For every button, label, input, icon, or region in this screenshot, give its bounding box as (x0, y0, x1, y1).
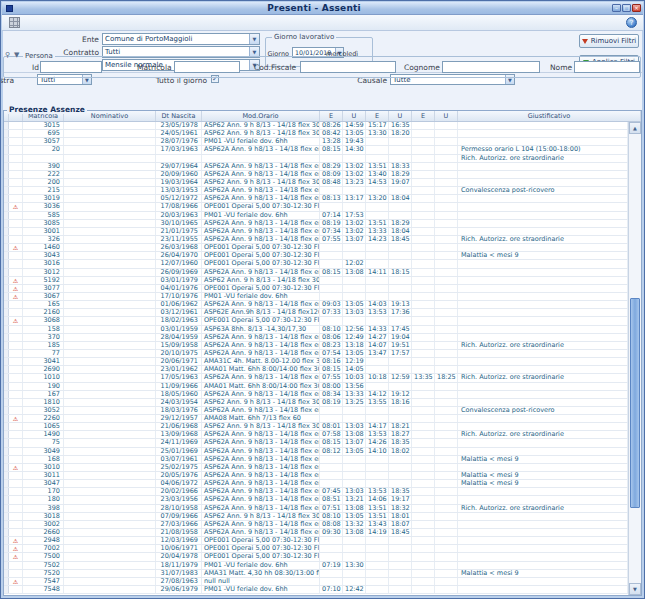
column-header[interactable]: U (435, 111, 458, 121)
cell-u3 (435, 122, 458, 129)
table-row[interactable]: 19011/09/1966AMA01 Matt. 6hh 8:00/14:00 … (4, 383, 628, 391)
table-row[interactable]: ⚠301025/02/1975ASP62A Ann. 9 h8/13 - 14/… (4, 464, 628, 472)
table-row[interactable]: 301523/05/1978ASP62 Ann. 9 h 8/13 - 14/1… (4, 122, 628, 130)
table-row[interactable]: 305218/03/1976ASP62A Ann. 9 h8/13 - 14/1… (4, 407, 628, 415)
table-row[interactable]: ⚠700210/06/1971OPE001 Operai 5,00 07:30-… (4, 545, 628, 553)
table-row[interactable]: 16501/06/1962ASP62A Ann. 9 h8/13 - 14/18… (4, 301, 628, 309)
table-row[interactable]: 149013/09/1968ASP62A Ann. 9 h8/13 - 14/1… (4, 431, 628, 439)
table-row[interactable]: 37028/04/1959ASP62A Ann. 9 h8/13 - 14/18… (4, 334, 628, 342)
rimuovi-filtri-button[interactable]: Rimuovi Filtri (579, 34, 639, 48)
table-row[interactable]: Rich. Autorizz. ore straordinarie (4, 155, 628, 163)
table-row[interactable]: 305728/07/1976PM01 -VU feriale dov. 6hh1… (4, 138, 628, 146)
cell-e1: 08:06 (320, 334, 343, 341)
table-row[interactable]: 754829/06/1979PM01 -VU feriale dov. 6hh0… (4, 586, 628, 594)
table-row[interactable]: 301905/12/1972ASP62A Ann. 9 h8/13 - 14/1… (4, 195, 628, 203)
help-icon[interactable]: ? (626, 17, 637, 28)
table-row[interactable]: 266021/08/1958ASP62A Ann. 9 h8/13 - 14/1… (4, 529, 628, 537)
cod-fiscale-field[interactable] (300, 61, 396, 73)
table-row[interactable]: 2017/03/1963ASP62A Ann. 9 h8/13 - 14/18 … (4, 146, 628, 154)
cod-fiscale-label: Cod.Fiscale (254, 63, 296, 72)
cell-matricola: 1010 (23, 374, 64, 381)
table-row[interactable]: ⚠306717/10/1976PM01 -VU feriale dov. 6hh (4, 293, 628, 301)
table-row[interactable]: 18023/03/1956ASP62A Ann. 9 h8/13 - 14/18… (4, 496, 628, 504)
table-row[interactable]: 69524/05/1961ASP62 Ann. 9 h 8/13 - 14/18… (4, 130, 628, 138)
grid-icon[interactable] (9, 17, 20, 28)
column-header[interactable]: E (366, 111, 389, 121)
nome-field[interactable] (574, 61, 640, 73)
table-row[interactable]: 21513/03/1953ASP62A Ann. 9 h8/13 - 14/18… (4, 187, 628, 195)
table-row[interactable]: 18515/09/1958ASP62A Ann. 9 h8/13 - 14/18… (4, 342, 628, 350)
table-row[interactable]: 39828/10/1958ASP62A Ann. 9 h8/13 - 14/18… (4, 505, 628, 513)
table-row[interactable]: 269023/01/1962AMA01 Matt. 6hh 8:00/14:00… (4, 366, 628, 374)
maximize-button[interactable]: □ (622, 4, 631, 12)
table-row[interactable]: ⚠226029/12/1957AMA08 Matt. 6hh 7/13 flex… (4, 415, 628, 423)
table-row[interactable]: 301807/09/1966ASP62 Ann. 9 h 8/13 - 14/1… (4, 513, 628, 521)
filter-icon[interactable]: ▼ (14, 51, 19, 59)
table-row[interactable]: 304704/06/1972ASP62A Ann. 9 h8/13 - 14/1… (4, 480, 628, 488)
scroll-up-button[interactable]: ▲ (629, 122, 641, 134)
cell-u1: 13:02 (343, 228, 366, 235)
table-row[interactable]: 181024/03/1954ASP62 Ann. 9 h 8/13 - 14/1… (4, 399, 628, 407)
cell-e3 (412, 130, 435, 137)
table-row[interactable]: 16803/07/1961ASP62A Ann. 9 h8/13 - 14/18… (4, 456, 628, 464)
table-row[interactable]: 15803/01/1959ASP63A 8hh. 8/13 -14,30/17,… (4, 326, 628, 334)
cell-mod_orario: ASP62 Ann. 9 h 8/13 - 14/18 flex 30 (202, 513, 320, 520)
ente-combo[interactable]: Comune di PortoMaggioli ▼ (102, 33, 260, 45)
scrollbar-thumb[interactable] (630, 298, 640, 508)
table-row[interactable]: 301226/09/1969ASP62A Ann. 9 h8/13 - 14/1… (4, 269, 628, 277)
scroll-down-button[interactable]: ▼ (629, 583, 641, 595)
table-row[interactable]: 20019/03/1964ASP62 Ann. 9 h 8/13 - 14/18… (4, 179, 628, 187)
table-row[interactable]: 300121/01/1975ASP62A Ann. 9 h8/13 - 14/1… (4, 228, 628, 236)
cell-u3 (435, 236, 458, 243)
table-row[interactable]: ⚠303617/08/1966OPE001 Operai 5,00 07:30-… (4, 203, 628, 211)
table-row[interactable]: 301120/05/1976ASP62A Ann. 9 h8/13 - 14/1… (4, 472, 628, 480)
minimize-button[interactable]: – (612, 4, 621, 12)
column-header[interactable]: E (320, 111, 343, 121)
cognome-field[interactable] (442, 61, 540, 73)
column-header[interactable]: E (412, 111, 435, 121)
close-button[interactable]: × (632, 4, 641, 12)
table-row[interactable]: ⚠519203/01/1979ASP62 Ann. 9 h 8/13 - 14/… (4, 277, 628, 285)
table-row[interactable]: ⚠754727/08/1963null null (4, 578, 628, 586)
table-row[interactable]: ⚠294812/03/1969OPE001 Operai 5,00 07:30-… (4, 537, 628, 545)
table-row[interactable]: 304326/04/1970OPE001 Operai 5,00 07:30-1… (4, 252, 628, 260)
table-row[interactable]: 39029/07/1964ASP62A Ann. 9 h8/13 - 14/18… (4, 163, 628, 171)
table-row[interactable]: ⚠307704/01/1976OPE001 Operai 5,00 07:30-… (4, 285, 628, 293)
table-row[interactable]: 216003/12/1961ASP62E Ann.9h 8/13 - 14/18… (4, 309, 628, 317)
vertical-scrollbar[interactable]: ▲ ▼ (628, 122, 641, 595)
table-row[interactable]: 752031/07/1983AMA31 Matt. 4,30 hh 08:30/… (4, 570, 628, 578)
table-row[interactable]: 101017/05/1963ASP62A Ann. 9 h8/13 - 14/1… (4, 374, 628, 382)
chevron-down-icon[interactable]: ▼ (249, 34, 259, 44)
key-icon[interactable]: ⚲ (5, 51, 10, 59)
table-row[interactable]: 32623/11/1955ASP62A Ann. 9 h8/13 - 14/18… (4, 236, 628, 244)
table-row[interactable]: 106521/06/1968ASP62 Ann. 9 h 8/13 - 14/1… (4, 423, 628, 431)
cell-giustificativo (458, 448, 628, 455)
table-row[interactable]: 16718/05/1960ASP62A Ann. 9 h8/13 - 14/18… (4, 391, 628, 399)
table-row[interactable]: ⚠750020/04/1978OPE001 Operai 5,00 07:30-… (4, 553, 628, 561)
matricola-field[interactable] (174, 61, 240, 73)
cell-u3 (435, 130, 458, 137)
table-row[interactable]: 308530/10/1965ASP62A Ann. 9 h8/13 - 14/1… (4, 220, 628, 228)
column-header[interactable]: U (389, 111, 412, 121)
table-row[interactable]: 301612/07/1960OPE001 Operai 5,00 07:30-1… (4, 260, 628, 268)
cell-e2: 10:18 (366, 374, 389, 381)
column-header[interactable]: Dt Nascita (156, 111, 202, 121)
table-row[interactable]: 304120/06/1971AMA31C 4h. Matt. 8.00-12.0… (4, 358, 628, 366)
column-header[interactable]: Giustificativo (458, 111, 641, 121)
id-field[interactable] (40, 61, 102, 73)
table-row[interactable]: ⚠306818/02/1963OPE001 Operai 5,00 07:30-… (4, 317, 628, 325)
column-header[interactable]: U (343, 111, 366, 121)
table-row[interactable]: ⚠146026/03/1968OPE001 Operai 5,00 07:30-… (4, 244, 628, 252)
table-row[interactable]: 304925/01/1969ASP62A Ann. 9 h8/13 - 14/1… (4, 448, 628, 456)
table-row[interactable]: 750218/11/1979PM01 -VU feriale dov. 6hh0… (4, 562, 628, 570)
cell-mod_orario: OPE001 Operai 5,00 07:30-12:30 Fl 60 (202, 252, 320, 259)
table-row[interactable]: 7524/11/1969ASP62A Ann. 9 h8/13 - 14/18 … (4, 439, 628, 447)
cell-e2: 14:26 (366, 439, 389, 446)
table-row[interactable]: 58520/03/1963PM01 -VU feriale dov. 6hh07… (4, 212, 628, 220)
table-row[interactable]: 7720/10/1975ASP62A Ann. 9 h8/13 - 14/18 … (4, 350, 628, 358)
table-row[interactable]: 300227/03/1966ASP62A Ann. 9 h8/13 - 14/1… (4, 521, 628, 529)
table-row[interactable]: 17020/02/1966ASP62A Ann. 9 h8/13 - 14/18… (4, 488, 628, 496)
cell-e1: 08:16 (320, 358, 343, 365)
column-header[interactable]: Mod.Orario (202, 111, 320, 121)
table-row[interactable]: 22220/09/1960ASP62A Ann. 9 h8/13 - 14/18… (4, 171, 628, 179)
